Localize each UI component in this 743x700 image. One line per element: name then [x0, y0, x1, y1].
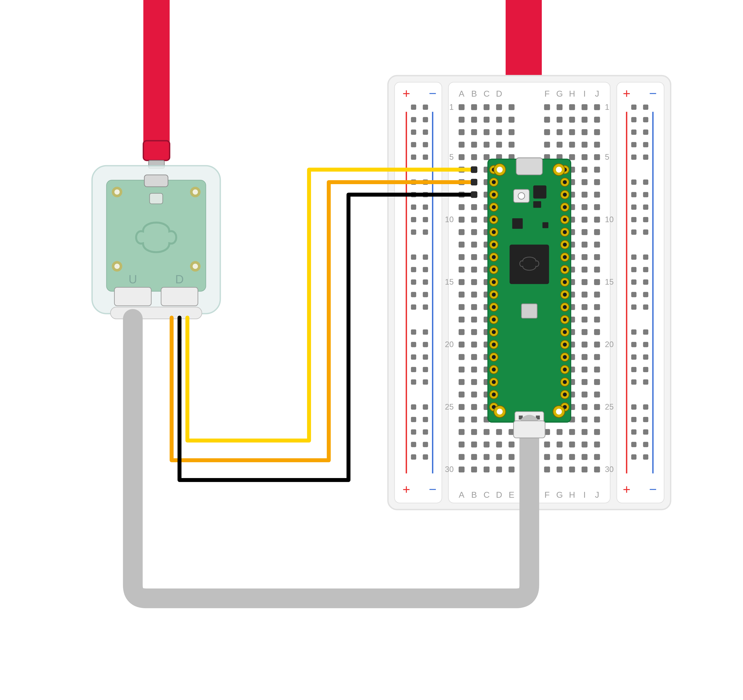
svg-rect-31 [423, 267, 428, 272]
svg-rect-17 [423, 154, 428, 160]
svg-rect-502 [533, 201, 541, 208]
svg-rect-250 [459, 279, 465, 285]
svg-rect-101 [643, 404, 648, 410]
svg-rect-110 [459, 104, 465, 110]
row-label: 25 [445, 403, 454, 411]
svg-rect-388 [582, 441, 588, 447]
svg-rect-117 [569, 104, 575, 110]
svg-point-440 [492, 255, 496, 259]
svg-rect-191 [471, 204, 477, 210]
svg-point-517 [192, 189, 198, 194]
svg-rect-4 [617, 82, 664, 503]
svg-rect-258 [582, 279, 588, 285]
svg-point-448 [492, 280, 496, 284]
col-label: B [471, 89, 477, 98]
row-label: 5 [449, 152, 454, 161]
probe-jst-u [114, 287, 151, 306]
svg-rect-290 [459, 329, 465, 335]
svg-rect-38 [411, 329, 416, 334]
svg-point-454 [563, 293, 567, 296]
svg-rect-268 [582, 292, 588, 297]
svg-rect-12 [411, 129, 416, 135]
svg-rect-52 [411, 429, 416, 435]
svg-rect-522 [149, 193, 163, 204]
svg-rect-108 [631, 454, 636, 459]
svg-rect-23 [423, 204, 428, 210]
rail-minus: − [649, 86, 657, 101]
svg-rect-360 [459, 416, 465, 422]
col-label: J [595, 89, 599, 98]
svg-point-442 [563, 255, 567, 259]
svg-rect-392 [484, 454, 490, 460]
row-label: 20 [605, 340, 614, 349]
svg-rect-199 [594, 204, 600, 210]
svg-rect-529 [471, 179, 477, 185]
svg-rect-404 [509, 466, 514, 472]
svg-rect-150 [459, 154, 465, 160]
svg-point-416 [492, 180, 496, 184]
svg-rect-87 [643, 292, 648, 297]
debug-probe: UD [92, 166, 220, 319]
svg-point-476 [492, 368, 496, 371]
svg-rect-394 [509, 454, 514, 460]
rail-plus: + [623, 86, 631, 101]
col-label: G [556, 89, 563, 98]
svg-rect-318 [582, 354, 588, 360]
svg-rect-45 [423, 367, 428, 372]
svg-rect-65 [643, 129, 648, 135]
svg-rect-505 [521, 304, 537, 318]
svg-rect-88 [631, 305, 636, 310]
svg-rect-281 [471, 317, 477, 323]
svg-rect-169 [594, 167, 600, 172]
col-label: G [556, 490, 563, 499]
col-label: H [569, 490, 575, 499]
row-label: 10 [605, 215, 614, 224]
col-label: I [583, 89, 586, 98]
svg-rect-385 [544, 441, 550, 447]
svg-rect-3 [394, 82, 442, 503]
svg-rect-27 [423, 229, 428, 235]
svg-rect-135 [544, 129, 550, 135]
col-label: F [545, 490, 549, 499]
svg-rect-339 [594, 379, 600, 385]
svg-point-418 [563, 180, 567, 184]
svg-rect-130 [459, 129, 465, 135]
svg-rect-30 [411, 267, 416, 272]
svg-point-456 [492, 305, 496, 309]
col-label: D [496, 89, 502, 98]
svg-point-474 [563, 355, 567, 359]
svg-rect-349 [594, 392, 600, 397]
svg-rect-69 [643, 154, 648, 160]
svg-rect-403 [496, 466, 502, 472]
svg-rect-188 [582, 192, 588, 198]
row-label: 1 [449, 103, 454, 111]
svg-rect-48 [411, 404, 416, 410]
svg-rect-329 [594, 367, 600, 372]
svg-rect-127 [569, 117, 575, 123]
svg-rect-386 [557, 441, 562, 447]
svg-rect-62 [631, 117, 636, 122]
svg-rect-36 [411, 305, 416, 310]
svg-rect-11 [423, 117, 428, 122]
svg-rect-361 [471, 416, 477, 422]
svg-rect-311 [471, 354, 477, 360]
svg-rect-35 [423, 292, 428, 297]
svg-point-434 [563, 230, 567, 234]
svg-rect-372 [484, 429, 490, 435]
svg-rect-359 [594, 404, 600, 410]
svg-rect-198 [582, 204, 588, 210]
col-label: C [484, 89, 490, 98]
svg-point-422 [563, 192, 567, 197]
svg-rect-271 [471, 304, 477, 310]
svg-rect-380 [459, 441, 465, 447]
svg-rect-32 [411, 280, 416, 285]
svg-point-444 [492, 268, 496, 271]
probe-jst-d [161, 287, 198, 306]
svg-rect-309 [594, 342, 600, 348]
col-label: A [459, 89, 465, 98]
svg-rect-376 [557, 429, 562, 435]
svg-rect-251 [471, 279, 477, 285]
svg-rect-75 [643, 204, 648, 210]
row-label: 1 [605, 103, 609, 111]
svg-point-521 [192, 263, 198, 269]
